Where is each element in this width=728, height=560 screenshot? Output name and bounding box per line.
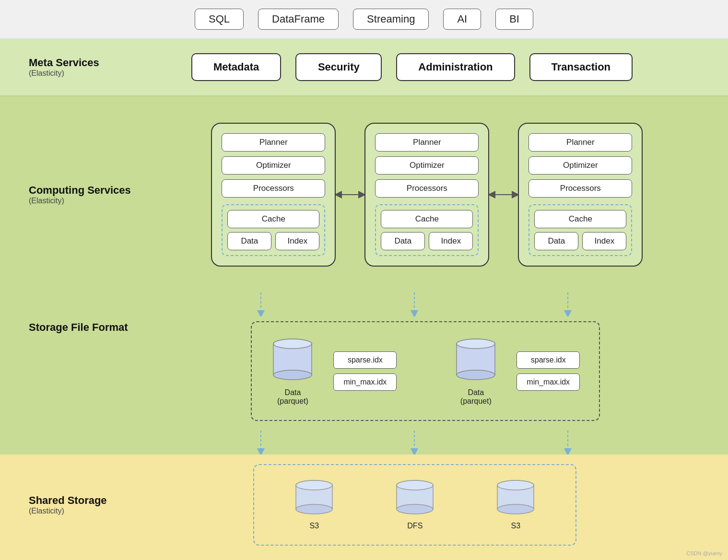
storage-to-shared-arrows (0, 431, 728, 455)
arrow-gap-2 (477, 292, 505, 316)
shared-s3-1: S3 (293, 479, 336, 530)
db-cylinder-2: Data(parquet) (454, 337, 497, 406)
down-arrow-s1 (199, 431, 323, 455)
meta-box-administration: Administration (396, 53, 515, 81)
s3-label-2: S3 (511, 522, 521, 530)
svg-point-26 (497, 504, 534, 514)
cache-1: Cache (227, 210, 319, 228)
shared-storage-title: Shared Storage (29, 494, 107, 507)
svg-point-19 (296, 480, 332, 490)
svg-point-12 (457, 339, 495, 349)
arrow-1-2 (336, 187, 364, 202)
api-sql: SQL (195, 9, 244, 30)
top-bar: SQL DataFrame Streaming AI BI (0, 0, 728, 39)
api-dataframe: DataFrame (258, 9, 339, 30)
meta-services-section: Meta Services (Elasticity) Metadata Secu… (0, 39, 728, 96)
index-2: Index (429, 232, 473, 250)
down-arrow-s2 (352, 431, 477, 455)
down-arrow-3 (505, 292, 630, 316)
cache-3: Cache (534, 210, 626, 228)
data-index-row-2: Data Index (381, 232, 473, 250)
idx-stack-2: sparse.idx min_max.idx (517, 351, 580, 391)
compute-node-3: Planner Optimizer Processors Cache Data … (518, 123, 643, 267)
meta-services-boxes: Metadata Security Administration Transac… (125, 53, 699, 81)
arrow-gap-1 (323, 292, 352, 316)
meta-box-transaction: Transaction (529, 53, 633, 81)
data-index-row-1: Data Index (227, 232, 319, 250)
computing-services-subtitle: (Elasticity) (29, 197, 131, 205)
index-1: Index (275, 232, 319, 250)
storage-inner: Data(parquet) sparse.idx min_max.idx (142, 321, 709, 421)
shared-dfs: DFS (393, 479, 436, 530)
shared-dashed-box: S3 DFS (253, 464, 576, 546)
db-cylinder-1: Data(parquet) (271, 337, 314, 406)
planner-1: Planner (222, 133, 325, 152)
cache-area-3: Cache Data Index (528, 204, 632, 256)
cache-2: Cache (381, 210, 473, 228)
api-bi: BI (495, 9, 533, 30)
planner-3: Planner (528, 133, 632, 152)
data-2: Data (381, 232, 425, 250)
svg-point-7 (273, 370, 312, 380)
optimizer-3: Optimizer (528, 156, 632, 175)
index-3: Index (582, 232, 626, 250)
arrow-gap-s1 (323, 431, 352, 455)
svg-point-23 (397, 480, 433, 490)
compute-to-storage-arrows (0, 292, 728, 316)
compute-node-1: Planner Optimizer Processors Cache Data … (211, 123, 336, 267)
db-label-1: Data(parquet) (277, 388, 308, 406)
svg-point-27 (497, 480, 534, 490)
compute-node-2: Planner Optimizer Processors Cache Data … (364, 123, 489, 267)
meta-services-title: Meta Services (29, 57, 106, 69)
storage-file-format-section: Storage File Format Data(parquet) sparse… (0, 316, 728, 431)
down-arrow-2 (352, 292, 477, 316)
cache-area-1: Cache Data Index (222, 204, 325, 256)
processors-2: Processors (375, 179, 479, 198)
optimizer-2: Optimizer (375, 156, 479, 175)
optimizer-1: Optimizer (222, 156, 325, 175)
computing-services-label: Computing Services (Elasticity) (29, 184, 131, 205)
s3-label-1: S3 (310, 522, 319, 530)
svg-point-18 (296, 504, 332, 514)
svg-point-11 (457, 370, 495, 380)
storage-file-format-label: Storage File Format (29, 321, 128, 334)
data-index-row-3: Data Index (534, 232, 626, 250)
idx-stack-1: sparse.idx min_max.idx (333, 351, 397, 391)
dfs-label: DFS (407, 522, 423, 530)
shared-inner: S3 DFS (121, 464, 709, 546)
watermark: CSDN @yueny (686, 550, 722, 556)
db-label-2: Data(parquet) (460, 388, 492, 406)
min-max-idx-1: min_max.idx (333, 373, 397, 391)
meta-box-security: Security (295, 53, 382, 81)
arrow-2-3 (489, 187, 518, 202)
svg-point-8 (273, 339, 312, 349)
shared-storage-section: Shared Storage (Elasticity) S3 (0, 455, 728, 560)
meta-box-metadata: Metadata (191, 53, 281, 81)
storage-file-format-title: Storage File Format (29, 321, 128, 334)
sparse-idx-2: sparse.idx (517, 351, 580, 369)
down-arrow-s3 (505, 431, 630, 455)
processors-3: Processors (528, 179, 632, 198)
shared-storage-subtitle: (Elasticity) (29, 507, 107, 515)
api-ai: AI (443, 9, 481, 30)
meta-services-subtitle: (Elasticity) (29, 69, 106, 78)
shared-s3-2: S3 (494, 479, 537, 530)
svg-point-22 (397, 504, 433, 514)
computing-nodes: Planner Optimizer Processors Cache Data … (145, 123, 709, 267)
api-streaming: Streaming (353, 9, 429, 30)
data-3: Data (534, 232, 578, 250)
planner-2: Planner (375, 133, 479, 152)
cache-area-2: Cache Data Index (375, 204, 479, 256)
shared-storage-label: Shared Storage (Elasticity) (29, 494, 107, 515)
processors-1: Processors (222, 179, 325, 198)
meta-services-label: Meta Services (Elasticity) (29, 57, 106, 78)
computing-services-section: Computing Services (Elasticity) Planner … (0, 96, 728, 292)
storage-dashed-box: Data(parquet) sparse.idx min_max.idx (251, 321, 600, 421)
min-max-idx-2: min_max.idx (517, 373, 580, 391)
main-container: SQL DataFrame Streaming AI BI Meta Servi… (0, 0, 728, 560)
computing-services-title: Computing Services (29, 184, 131, 197)
down-arrow-1 (199, 292, 323, 316)
data-1: Data (227, 232, 271, 250)
arrow-gap-s2 (477, 431, 505, 455)
sparse-idx-1: sparse.idx (333, 351, 397, 369)
